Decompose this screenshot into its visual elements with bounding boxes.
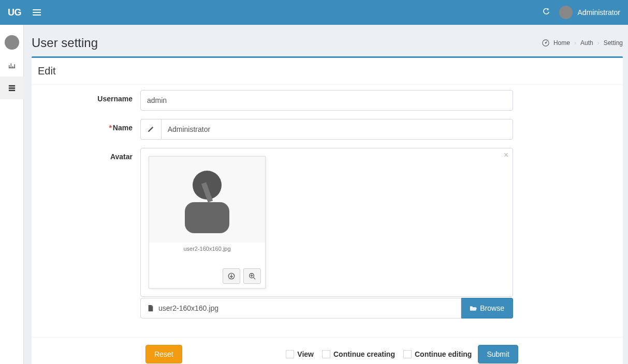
list-icon bbox=[8, 84, 16, 92]
form-footer: Reset View Continue creating Continue bbox=[145, 345, 518, 363]
breadcrumb-auth[interactable]: Auth bbox=[580, 39, 593, 47]
required-asterisk: * bbox=[109, 124, 111, 132]
top-header: UG Administrator bbox=[0, 0, 628, 25]
dashboard-icon bbox=[542, 39, 549, 47]
chevron-right-icon: › bbox=[574, 39, 576, 47]
reset-button[interactable]: Reset bbox=[145, 345, 182, 363]
avatar-filename: user2-160x160.jpg bbox=[149, 242, 265, 254]
folder-open-icon bbox=[470, 305, 477, 312]
avatar-preview-image bbox=[149, 157, 265, 242]
file-caption-text: user2-160x160.jpg bbox=[158, 304, 218, 312]
pencil-icon bbox=[140, 119, 161, 140]
refresh-icon[interactable] bbox=[543, 8, 550, 17]
browse-button[interactable]: Browse bbox=[461, 298, 513, 318]
page-header: User setting Home › Auth › Setting bbox=[32, 33, 623, 56]
breadcrumb-home[interactable]: Home bbox=[553, 39, 570, 47]
content: User setting Home › Auth › Setting Edit … bbox=[24, 25, 628, 364]
continue-creating-checkbox-input[interactable] bbox=[322, 350, 330, 358]
header-user-name: Administrator bbox=[578, 8, 620, 17]
view-checkbox[interactable]: View bbox=[286, 350, 314, 358]
avatar-icon bbox=[559, 6, 573, 19]
file-caption-row: user2-160x160.jpg Browse bbox=[140, 298, 513, 318]
view-checkbox-input[interactable] bbox=[286, 350, 294, 358]
sidebar-item-profile[interactable] bbox=[0, 31, 24, 54]
sidebar-item-stats[interactable] bbox=[0, 54, 24, 77]
breadcrumb-setting: Setting bbox=[604, 39, 623, 47]
avatar-thumb-card: user2-160x160.jpg bbox=[149, 156, 266, 289]
svg-point-4 bbox=[545, 42, 547, 44]
svg-rect-0 bbox=[9, 85, 15, 87]
download-icon bbox=[228, 272, 235, 280]
download-button[interactable] bbox=[223, 268, 240, 284]
sidebar bbox=[0, 25, 24, 364]
box-footer: Reset View Continue creating Continue bbox=[32, 337, 623, 364]
layout: User setting Home › Auth › Setting Edit … bbox=[0, 25, 628, 364]
file-preview: × user2-160x160.jpg bbox=[140, 148, 513, 297]
sidebar-item-data[interactable] bbox=[0, 77, 24, 99]
form-row-avatar: Avatar × user2-160x160.jpg bbox=[37, 148, 618, 318]
svg-rect-2 bbox=[9, 90, 15, 92]
form-row-name: *Name bbox=[37, 119, 618, 140]
chevron-right-icon: › bbox=[597, 39, 600, 47]
submit-button[interactable]: Submit bbox=[478, 345, 518, 363]
file-icon bbox=[147, 305, 154, 312]
header-right: Administrator bbox=[543, 6, 620, 19]
avatar-label: Avatar bbox=[37, 148, 140, 318]
hamburger-icon bbox=[33, 9, 41, 10]
continue-editing-checkbox-input[interactable] bbox=[403, 350, 412, 358]
footer-checks: View Continue creating Continue editing bbox=[286, 350, 472, 358]
breadcrumb: Home › Auth › Setting bbox=[542, 39, 623, 47]
page-title: User setting bbox=[32, 36, 98, 50]
user-menu[interactable]: Administrator bbox=[559, 6, 620, 19]
sidebar-toggle[interactable] bbox=[28, 4, 45, 21]
close-icon[interactable]: × bbox=[504, 150, 508, 160]
edit-box: Edit Username *Name bbox=[32, 56, 623, 364]
username-input[interactable] bbox=[140, 90, 513, 111]
continue-editing-checkbox[interactable]: Continue editing bbox=[403, 350, 472, 358]
app-logo[interactable]: UG bbox=[8, 7, 23, 18]
avatar-icon bbox=[5, 35, 19, 50]
file-caption[interactable]: user2-160x160.jpg bbox=[140, 298, 461, 318]
zoom-in-icon bbox=[249, 272, 256, 280]
continue-creating-checkbox[interactable]: Continue creating bbox=[322, 350, 395, 358]
username-label: Username bbox=[37, 90, 140, 111]
svg-rect-1 bbox=[9, 87, 15, 89]
thumb-actions bbox=[149, 254, 265, 288]
bar-chart-icon bbox=[8, 62, 16, 69]
name-label: *Name bbox=[37, 119, 140, 140]
box-header: Edit bbox=[32, 58, 623, 85]
box-body: Username *Name bbox=[32, 85, 623, 337]
form-row-username: Username bbox=[37, 90, 618, 111]
zoom-button[interactable] bbox=[243, 268, 261, 284]
name-input[interactable] bbox=[161, 119, 513, 140]
